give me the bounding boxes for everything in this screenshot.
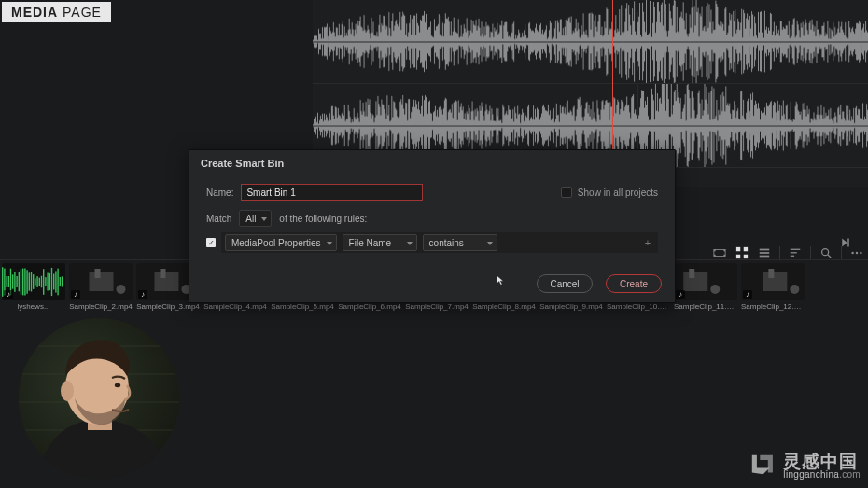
- create-button[interactable]: Create: [606, 274, 662, 293]
- bin-name-input[interactable]: [241, 184, 423, 201]
- separator-icon: [810, 246, 811, 259]
- svg-point-54: [117, 285, 126, 294]
- svg-rect-47: [55, 271, 56, 292]
- svg-rect-34: [29, 272, 30, 290]
- show-all-label: Show in all projects: [578, 188, 658, 198]
- svg-rect-3: [723, 250, 725, 252]
- svg-rect-1: [714, 250, 716, 252]
- grid-icon[interactable]: [735, 246, 749, 259]
- svg-rect-33: [26, 270, 27, 294]
- svg-rect-12: [791, 249, 801, 250]
- watermark-cn: 灵感中国: [783, 453, 861, 470]
- svg-point-17: [851, 252, 853, 254]
- svg-rect-50: [62, 276, 63, 286]
- show-all-checkbox[interactable]: [561, 187, 572, 198]
- svg-rect-5: [736, 247, 740, 251]
- clip-name-label: SampleClip_7.mp4: [405, 302, 469, 311]
- dialog-footer: Cancel Create: [537, 274, 662, 293]
- svg-point-88: [710, 285, 720, 294]
- match-label: Match: [206, 214, 231, 224]
- clip-name-label: lyshews...: [2, 302, 65, 311]
- svg-rect-86: [683, 272, 707, 291]
- clip-name-label: SampleClip_11.mp4: [674, 302, 737, 311]
- svg-rect-30: [21, 269, 21, 294]
- clip-name-label: SampleClip_10.mp4: [607, 302, 670, 311]
- svg-rect-6: [744, 247, 748, 251]
- svg-rect-48: [57, 269, 58, 296]
- svg-point-101: [115, 383, 120, 387]
- match-suffix: of the following rules:: [279, 214, 367, 224]
- film-strip-icon[interactable]: [712, 246, 727, 259]
- separator-icon: [779, 246, 780, 259]
- svg-rect-27: [14, 272, 15, 292]
- clip-name-label: SampleClip_9.mp4: [539, 302, 603, 311]
- page-badge-bold: MEDIA: [11, 5, 58, 20]
- rule-op-select[interactable]: contains: [423, 234, 497, 251]
- svg-point-18: [856, 252, 858, 254]
- svg-rect-31: [22, 269, 23, 296]
- svg-rect-28: [16, 276, 17, 287]
- presenter-webcam: [19, 318, 179, 479]
- separator-icon: [841, 246, 842, 259]
- rule-field-select[interactable]: File Name: [343, 234, 417, 251]
- cancel-button[interactable]: Cancel: [537, 274, 593, 293]
- rule-enabled-checkbox[interactable]: ✓: [206, 238, 216, 247]
- svg-rect-11: [760, 256, 770, 258]
- add-rule-button[interactable]: +: [641, 236, 654, 249]
- clip-item[interactable]: ♪SampleClip_12.mp4: [741, 263, 805, 315]
- watermark-en: lingganchina.com: [783, 470, 861, 480]
- svg-rect-91: [768, 269, 774, 278]
- svg-point-92: [790, 285, 799, 294]
- svg-rect-35: [31, 272, 32, 292]
- rule-source-select[interactable]: MediaPool Properties: [225, 234, 337, 251]
- watermark: 灵感中国 lingganchina.com: [746, 449, 861, 482]
- svg-point-19: [860, 252, 861, 254]
- clip-item[interactable]: ♪SampleClip_2.mp4: [69, 263, 133, 315]
- clip-name-label: SampleClip_2.mp4: [69, 302, 133, 311]
- svg-rect-29: [19, 272, 20, 292]
- options-icon[interactable]: [849, 246, 864, 259]
- waveform-track-1[interactable]: [313, 0, 868, 84]
- list-icon[interactable]: [757, 246, 772, 259]
- waveform-canvas-1: [313, 0, 868, 83]
- clip-thumbnail[interactable]: ♪: [674, 263, 737, 300]
- svg-rect-36: [33, 274, 34, 289]
- svg-rect-7: [736, 255, 740, 258]
- svg-rect-46: [53, 274, 54, 290]
- svg-rect-52: [90, 272, 114, 291]
- svg-rect-13: [791, 252, 797, 253]
- svg-rect-44: [49, 273, 50, 290]
- clip-item[interactable]: ♪SampleClip_11.mp4: [674, 263, 737, 315]
- svg-rect-9: [760, 249, 770, 251]
- show-in-all-projects-row[interactable]: Show in all projects: [561, 187, 658, 198]
- sort-icon[interactable]: [788, 246, 803, 259]
- svg-rect-37: [35, 278, 35, 285]
- clip-thumbnail[interactable]: ♪: [741, 263, 805, 300]
- match-select[interactable]: All: [239, 210, 272, 227]
- music-note-icon: ♪: [71, 290, 80, 299]
- watermark-logo-icon: [746, 449, 777, 482]
- clip-thumbnail[interactable]: ♪: [69, 263, 133, 300]
- svg-rect-45: [51, 268, 52, 296]
- name-label: Name:: [206, 188, 233, 198]
- dialog-title: Create Smart Bin: [189, 150, 675, 174]
- rule-container: MediaPool Properties File Name contains …: [221, 232, 658, 253]
- svg-line-16: [828, 255, 832, 258]
- svg-rect-87: [689, 269, 694, 278]
- page-badge: MEDIA PAGE: [2, 2, 111, 22]
- search-icon[interactable]: [819, 246, 833, 259]
- clip-item[interactable]: ♪lyshews...: [2, 263, 65, 315]
- svg-rect-53: [95, 269, 101, 278]
- clip-name-label: SampleClip_6.mp4: [338, 302, 401, 311]
- svg-rect-32: [24, 269, 25, 296]
- music-note-icon: ♪: [676, 290, 685, 299]
- clip-name-label: SampleClip_5.mp4: [271, 302, 334, 311]
- svg-rect-39: [39, 278, 40, 286]
- clip-thumbnail[interactable]: ♪: [2, 263, 65, 300]
- clip-name-label: SampleClip_3.mp4: [136, 302, 200, 311]
- svg-rect-24: [8, 276, 9, 287]
- svg-rect-41: [43, 269, 44, 295]
- svg-rect-40: [41, 276, 42, 288]
- svg-rect-49: [60, 277, 61, 286]
- svg-rect-10: [760, 252, 770, 254]
